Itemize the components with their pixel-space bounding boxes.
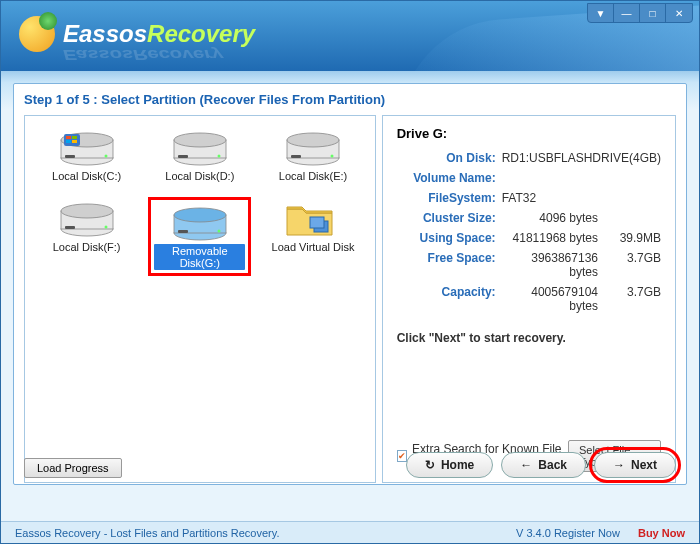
folder-icon — [284, 199, 342, 237]
partition-details: Drive G: On Disk:RD1:USBFLASHDRIVE(4GB) … — [382, 115, 676, 483]
disk-label: Local Disk(E:) — [276, 169, 350, 183]
drive-icon — [171, 128, 229, 166]
home-label: Home — [441, 458, 474, 472]
disk-item[interactable]: Removable Disk(G:) — [148, 197, 251, 276]
drive-icon — [58, 128, 116, 166]
svg-rect-18 — [291, 155, 301, 158]
svg-rect-9 — [72, 140, 77, 143]
cluster-label: Cluster Size: — [397, 211, 502, 225]
app-title: EassosRecovery — [63, 20, 255, 48]
filesystem-label: FileSystem: — [397, 191, 502, 205]
drive-icon — [171, 203, 229, 241]
arrow-right-icon: → — [613, 458, 625, 472]
svg-point-17 — [287, 133, 339, 147]
svg-point-22 — [61, 204, 113, 218]
disk-item[interactable]: Local Disk(D:) — [148, 126, 251, 185]
next-button[interactable]: → Next — [594, 452, 676, 478]
svg-point-24 — [104, 226, 107, 229]
disk-label: Removable Disk(G:) — [154, 244, 245, 270]
capacity-bytes: 4005679104 bytes — [502, 285, 606, 313]
home-button[interactable]: ↻ Home — [406, 452, 493, 478]
disk-label: Load Virtual Disk — [269, 240, 358, 254]
svg-point-29 — [217, 230, 220, 233]
logo-reflection: EassosRecovery — [63, 46, 223, 62]
svg-rect-31 — [310, 217, 324, 228]
nav-buttons: ↻ Home ← Back → Next — [406, 452, 676, 478]
minimize-button[interactable]: — — [614, 4, 640, 22]
svg-rect-6 — [66, 136, 71, 139]
using-human: 39.9MB — [606, 231, 661, 245]
free-bytes: 3963867136 bytes — [502, 251, 606, 279]
titlebar: ▼ — □ ✕ EassosRecovery EassosRecovery — [1, 1, 699, 71]
dropdown-button[interactable]: ▼ — [588, 4, 614, 22]
step-title: Step 1 of 5 : Select Partition (Recover … — [24, 92, 676, 107]
drive-icon — [58, 199, 116, 237]
close-button[interactable]: ✕ — [666, 4, 692, 22]
footer-tagline: Eassos Recovery - Lost Files and Partiti… — [15, 527, 280, 539]
using-label: Using Space: — [397, 231, 502, 245]
drive-title: Drive G: — [397, 126, 661, 141]
disk-item[interactable]: Load Virtual Disk — [261, 197, 364, 276]
footer-register-link[interactable]: V 3.4.0 Register Now — [516, 527, 620, 539]
svg-rect-13 — [178, 155, 188, 158]
arrow-left-icon: ← — [520, 458, 532, 472]
capacity-human: 3.7GB — [606, 285, 661, 313]
app-title-second: Recovery — [147, 20, 255, 47]
panels: Local Disk(C:) Local Disk(D:) Local Disk… — [24, 115, 676, 483]
app-title-first: Eassos — [63, 20, 147, 47]
svg-rect-23 — [65, 226, 75, 229]
free-human: 3.7GB — [606, 251, 661, 279]
volume-name-label: Volume Name: — [397, 171, 502, 185]
svg-point-12 — [174, 133, 226, 147]
disk-label: Local Disk(C:) — [49, 169, 124, 183]
window-controls: ▼ — □ ✕ — [587, 3, 693, 23]
svg-rect-3 — [65, 155, 75, 158]
main-content: Step 1 of 5 : Select Partition (Recover … — [13, 83, 687, 485]
disk-label: Local Disk(F:) — [50, 240, 124, 254]
next-hint: Click "Next" to start recovery. — [397, 331, 661, 345]
svg-point-14 — [217, 155, 220, 158]
next-label: Next — [631, 458, 657, 472]
disk-item[interactable]: Local Disk(F:) — [35, 197, 138, 276]
using-bytes: 41811968 bytes — [502, 231, 606, 245]
disk-item[interactable]: Local Disk(C:) — [35, 126, 138, 185]
app-window: ▼ — □ ✕ EassosRecovery EassosRecovery St… — [0, 0, 700, 544]
logo-icon — [19, 16, 55, 52]
disk-grid: Local Disk(C:) Local Disk(D:) Local Disk… — [35, 126, 365, 276]
svg-point-4 — [104, 155, 107, 158]
footer: Eassos Recovery - Lost Files and Partiti… — [1, 521, 699, 543]
back-label: Back — [538, 458, 567, 472]
capacity-label: Capacity: — [397, 285, 502, 313]
load-progress-button[interactable]: Load Progress — [24, 458, 122, 478]
back-button[interactable]: ← Back — [501, 452, 586, 478]
filesystem-value: FAT32 — [502, 191, 536, 205]
cluster-value: 4096 bytes — [502, 211, 606, 225]
free-label: Free Space: — [397, 251, 502, 279]
svg-rect-7 — [72, 136, 77, 139]
refresh-icon: ↻ — [425, 458, 435, 472]
drive-icon — [284, 128, 342, 166]
svg-point-27 — [174, 208, 226, 222]
partition-list: Local Disk(C:) Local Disk(D:) Local Disk… — [24, 115, 376, 483]
footer-buy-link[interactable]: Buy Now — [638, 527, 685, 539]
svg-rect-28 — [178, 230, 188, 233]
disk-item[interactable]: Local Disk(E:) — [261, 126, 364, 185]
svg-rect-8 — [66, 140, 71, 143]
on-disk-label: On Disk: — [397, 151, 502, 165]
disk-label: Local Disk(D:) — [162, 169, 237, 183]
maximize-button[interactable]: □ — [640, 4, 666, 22]
on-disk-value: RD1:USBFLASHDRIVE(4GB) — [502, 151, 661, 165]
svg-point-19 — [331, 155, 334, 158]
